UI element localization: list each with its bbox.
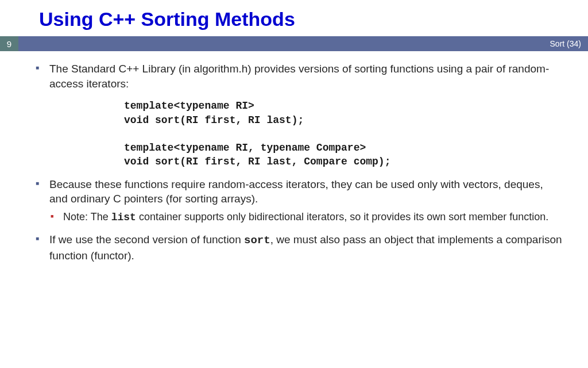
bullet-1-text: The Standard C++ Library (in algorithm.h…	[49, 63, 549, 90]
bullet-2-text: Because these functions require random-a…	[49, 178, 543, 205]
code-block: template<typename RI> void sort(RI first…	[124, 99, 563, 168]
footer-right: Sort (34)	[550, 36, 588, 51]
slide-content: The Standard C++ Library (in algorithm.h…	[0, 51, 588, 263]
slide-number: 9	[0, 36, 18, 51]
bullet-2-sub-pre: Note: The	[63, 211, 111, 223]
inline-code-list: list	[111, 212, 136, 223]
bullet-2-sub: Note: The list container supports only b…	[49, 210, 563, 224]
bullet-2: Because these functions require random-a…	[36, 177, 563, 225]
bullet-3-pre: If we use the second version of function	[49, 233, 244, 246]
bar-spacer	[18, 36, 550, 51]
header-bar: 9 Sort (34)	[0, 36, 588, 51]
bullet-2-sub-post: container supports only bidirectional it…	[136, 211, 548, 223]
slide-title: Using C++ Sorting Methods	[0, 0, 588, 36]
inline-code-sort: sort	[244, 234, 270, 247]
bullet-3: If we use the second version of function…	[36, 232, 563, 263]
bullet-1: The Standard C++ Library (in algorithm.h…	[36, 62, 563, 169]
